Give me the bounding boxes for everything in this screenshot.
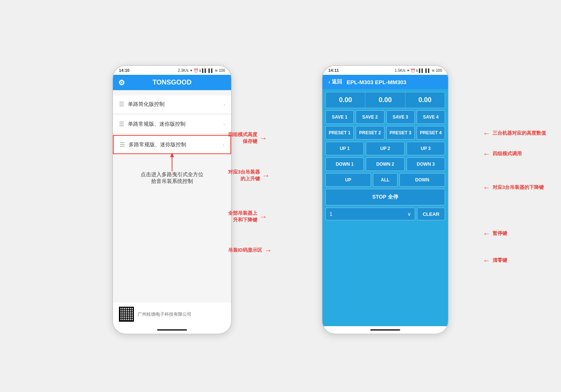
ann-left-4-label: 吊装ID码显示区 bbox=[228, 247, 262, 254]
ann-right-1-label: 三台机器对应的高度数值 bbox=[493, 130, 546, 137]
left-phone: 14:10 2.3K/s ✦ ⏰ ℹ ▌▌ ▌▌ ≋ 100 ⚙ TONSGOO… bbox=[112, 65, 232, 334]
left-header: ⚙ TONSGOOD bbox=[113, 75, 231, 90]
ann-right-4-label: 暂停键 bbox=[493, 230, 507, 237]
left-header-title: TONSGOOD bbox=[153, 79, 192, 86]
preset-2-button[interactable]: PRESET 2 bbox=[356, 126, 384, 140]
gear-icon[interactable]: ⚙ bbox=[118, 78, 125, 87]
menu-icon-3: ☰ bbox=[120, 141, 125, 148]
ann-left-1: 四组模式高度保存键 → bbox=[228, 123, 272, 153]
ann-right-3: ← 对应3台吊装器的下降键 bbox=[483, 179, 546, 196]
up-arrow-svg bbox=[168, 153, 177, 171]
back-chevron: ‹ bbox=[328, 79, 330, 85]
preset-3-button[interactable]: PRESET 3 bbox=[386, 126, 415, 140]
right-header: ‹ 返回 EPL-M303 EPL-MM303 bbox=[322, 75, 448, 89]
right-home-indicator bbox=[322, 326, 448, 334]
id-select[interactable]: 1 ∨ bbox=[325, 208, 415, 220]
down-3-button[interactable]: DOWN 3 bbox=[407, 157, 445, 171]
right-status-bar: 14:11 1.5K/s ✦ ⏰ ℹ ▌▌ ▌▌ ≋ 100 bbox=[322, 66, 448, 75]
left-time: 14:10 bbox=[119, 68, 129, 73]
menu-icon-1: ☰ bbox=[119, 101, 124, 108]
ann-left-4: 吊装ID码显示区 → bbox=[228, 235, 272, 265]
left-phone-bottom: 广州桂德电子科技有限公司 bbox=[113, 302, 231, 326]
right-status-icons: 1.5K/s ✦ ⏰ ℹ ▌▌ ▌▌ ≋ 100 bbox=[395, 68, 442, 73]
down-buttons-row: DOWN 1 DOWN 2 DOWN 3 bbox=[325, 157, 445, 171]
save-1-button[interactable]: SAVE 1 bbox=[325, 110, 354, 124]
ann-right-2-label: 四组模式调用 bbox=[493, 150, 522, 157]
left-home-indicator bbox=[113, 326, 231, 334]
left-status-icons: 2.3K/s ✦ ⏰ ℹ ▌▌ ▌▌ ≋ 100 bbox=[178, 68, 225, 73]
up-buttons-row: UP 1 UP 2 UP 3 bbox=[325, 142, 445, 155]
left-status-bar: 14:10 2.3K/s ✦ ⏰ ℹ ▌▌ ▌▌ ≋ 100 bbox=[113, 66, 231, 75]
value-display-row: 0.00 0.00 0.00 bbox=[325, 92, 445, 108]
ann-right-1-arrow: ← bbox=[483, 129, 490, 138]
ann-right-1: ← 三台机器对应的高度数值 bbox=[483, 123, 546, 144]
left-menu: ☰ 单路简化版控制 › ☰ 单路常规版、迷你版控制 › ☰ 多路常规版、迷你版控… bbox=[113, 90, 231, 302]
stop-button[interactable]: STOP 全停 bbox=[325, 189, 445, 205]
up-2-button[interactable]: UP 2 bbox=[366, 142, 404, 155]
value-cell-1: 0.00 bbox=[326, 92, 365, 108]
menu-item-3[interactable]: ☰ 多路常规版、迷你版控制 › bbox=[113, 135, 231, 154]
up-1-button[interactable]: UP 1 bbox=[325, 142, 364, 155]
chevron-icon-3: › bbox=[223, 142, 224, 148]
menu-item-2[interactable]: ☰ 单路常规版、迷你版控制 › bbox=[113, 115, 231, 133]
preset-1-button[interactable]: PRESET 1 bbox=[325, 126, 354, 140]
ann-left-3-label: 全部吊装器上升和下降键 bbox=[228, 210, 257, 223]
save-3-button[interactable]: SAVE 3 bbox=[386, 110, 415, 124]
back-label: 返回 bbox=[332, 79, 342, 85]
save-buttons-row: SAVE 1 SAVE 2 SAVE 3 SAVE 4 bbox=[325, 110, 445, 124]
menu-icon-2: ☰ bbox=[119, 120, 124, 128]
qr-code bbox=[119, 307, 134, 322]
all-up-button[interactable]: UP bbox=[325, 173, 371, 187]
right-annotations: ← 三台机器对应的高度数值 ← 四组模式调用 ← 对应3台吊装器的下降键 ← 暂… bbox=[483, 123, 546, 268]
save-2-button[interactable]: SAVE 2 bbox=[356, 110, 384, 124]
all-down-button[interactable]: DOWN bbox=[399, 173, 445, 187]
ann-right-2: ← 四组模式调用 bbox=[483, 144, 546, 164]
company-name: 广州桂德电子科技有限公司 bbox=[138, 311, 191, 318]
menu-item-1[interactable]: ☰ 单路简化版控制 › bbox=[113, 95, 231, 113]
ann-right-4-arrow: ← bbox=[483, 229, 490, 238]
all-buttons-row: UP ALL DOWN bbox=[325, 173, 445, 187]
menu-label-3: 多路常规版、迷你版控制 bbox=[129, 141, 186, 148]
chevron-down-icon: ∨ bbox=[407, 211, 411, 217]
chevron-icon-2: › bbox=[223, 121, 225, 127]
value-cell-2: 0.00 bbox=[365, 92, 405, 108]
value-cell-3: 0.00 bbox=[405, 92, 445, 108]
control-panel: 0.00 0.00 0.00 SAVE 1 SAVE 2 SAVE 3 SAVE… bbox=[322, 89, 448, 326]
ann-left-2-label: 对应3台吊装器的上升键 bbox=[228, 169, 260, 182]
clear-button[interactable]: CLEAR bbox=[417, 208, 445, 220]
ann-left-3: 全部吊装器上升和下降键 → bbox=[228, 198, 272, 235]
ann-right-3-arrow: ← bbox=[483, 183, 490, 192]
ann-left-3-arrow: → bbox=[260, 212, 267, 221]
preset-4-button[interactable]: PRESET 4 bbox=[417, 126, 445, 140]
ann-left-2-arrow: → bbox=[262, 171, 270, 180]
up-3-button[interactable]: UP 3 bbox=[407, 142, 445, 155]
ann-left-2: 对应3台吊装器的上升键 → bbox=[228, 153, 272, 198]
right-header-title: EPL-M303 EPL-MM303 bbox=[347, 79, 407, 85]
all-button[interactable]: ALL bbox=[373, 173, 398, 187]
ann-left-1-arrow: → bbox=[260, 134, 267, 143]
center-text-line2: 拾音吊装系统控制 bbox=[120, 178, 224, 185]
ann-right-2-arrow: ← bbox=[483, 150, 490, 158]
id-row: 1 ∨ CLEAR bbox=[325, 208, 445, 220]
svg-marker-1 bbox=[170, 153, 174, 157]
ann-right-4: ← 暂停键 bbox=[483, 226, 546, 241]
right-time: 14:11 bbox=[328, 68, 339, 73]
ann-right-5-label: 清零键 bbox=[493, 257, 507, 264]
stop-button-row: STOP 全停 bbox=[325, 189, 445, 205]
left-home-bar bbox=[157, 329, 187, 331]
ann-left-1-label: 四组模式高度保存键 bbox=[228, 131, 257, 145]
menu-label-1: 单路简化版控制 bbox=[128, 101, 165, 108]
ann-right-5-arrow: ← bbox=[483, 256, 490, 265]
menu-label-2: 单路常规版、迷你版控制 bbox=[128, 121, 186, 128]
id-value: 1 bbox=[329, 211, 332, 217]
ann-right-3-label: 对应3台吊装器的下降键 bbox=[493, 184, 544, 191]
preset-buttons-row: PRESET 1 PRESET 2 PRESET 3 PRESET 4 bbox=[325, 126, 445, 140]
save-4-button[interactable]: SAVE 4 bbox=[417, 110, 445, 124]
ann-left-4-arrow: → bbox=[264, 246, 272, 255]
down-1-button[interactable]: DOWN 1 bbox=[325, 157, 364, 171]
right-home-bar bbox=[370, 329, 400, 331]
back-button[interactable]: ‹ 返回 bbox=[328, 79, 342, 85]
down-2-button[interactable]: DOWN 2 bbox=[366, 157, 404, 171]
right-phone: 14:11 1.5K/s ✦ ⏰ ℹ ▌▌ ▌▌ ≋ 100 ‹ 返回 bbox=[322, 65, 449, 334]
ann-right-5: ← 清零键 bbox=[483, 253, 546, 268]
